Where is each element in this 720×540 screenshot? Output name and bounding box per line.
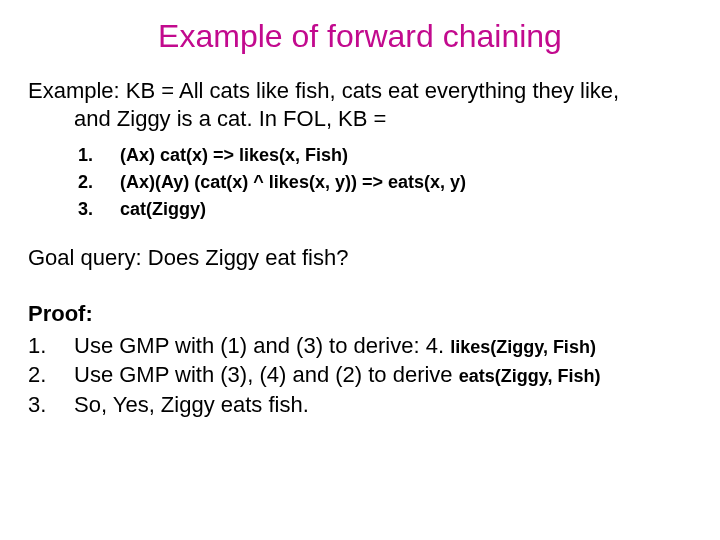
proof-text: Use GMP with (1) and (3) to derive: 4. l…	[74, 331, 692, 361]
proof-num: 1.	[28, 331, 74, 361]
kb-text: (Ax)(Ay) (cat(x) ^ likes(x, y)) => eats(…	[120, 169, 466, 196]
kb-item: 3. cat(Ziggy)	[78, 196, 692, 223]
proof-text: So, Yes, Ziggy eats fish.	[74, 390, 692, 420]
kb-text: (Ax) cat(x) => likes(x, Fish)	[120, 142, 348, 169]
proof-num: 3.	[28, 390, 74, 420]
kb-list: 1. (Ax) cat(x) => likes(x, Fish) 2. (Ax)…	[28, 142, 692, 223]
kb-num: 2.	[78, 169, 120, 196]
proof-step: 3. So, Yes, Ziggy eats fish.	[28, 390, 692, 420]
kb-num: 3.	[78, 196, 120, 223]
proof-label: Proof:	[28, 299, 692, 329]
proof-step: 2. Use GMP with (3), (4) and (2) to deri…	[28, 360, 692, 390]
kb-item: 1. (Ax) cat(x) => likes(x, Fish)	[78, 142, 692, 169]
proof-main: Use GMP with (3), (4) and (2) to derive	[74, 362, 459, 387]
kb-item: 2. (Ax)(Ay) (cat(x) ^ likes(x, y)) => ea…	[78, 169, 692, 196]
intro-paragraph: Example: KB = All cats like fish, cats e…	[28, 77, 692, 132]
intro-line-1: Example: KB = All cats like fish, cats e…	[28, 77, 692, 105]
proof-derived: eats(Ziggy, Fish)	[459, 366, 601, 386]
proof-num: 2.	[28, 360, 74, 390]
proof-derived: likes(Ziggy, Fish)	[450, 337, 596, 357]
proof-text: Use GMP with (3), (4) and (2) to derive …	[74, 360, 692, 390]
slide-title: Example of forward chaining	[28, 18, 692, 55]
kb-text: cat(Ziggy)	[120, 196, 206, 223]
kb-num: 1.	[78, 142, 120, 169]
goal-query: Goal query: Does Ziggy eat fish?	[28, 245, 692, 271]
proof-block: Proof: 1. Use GMP with (1) and (3) to de…	[28, 299, 692, 420]
proof-step: 1. Use GMP with (1) and (3) to derive: 4…	[28, 331, 692, 361]
proof-main: Use GMP with (1) and (3) to derive: 4.	[74, 333, 450, 358]
intro-line-2: and Ziggy is a cat. In FOL, KB =	[28, 105, 692, 133]
slide: Example of forward chaining Example: KB …	[0, 0, 720, 540]
proof-main: So, Yes, Ziggy eats fish.	[74, 392, 309, 417]
